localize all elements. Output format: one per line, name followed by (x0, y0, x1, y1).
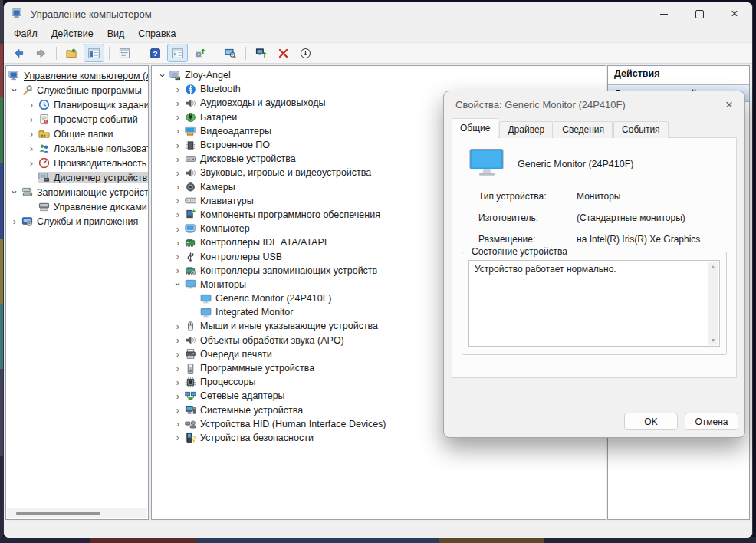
dialog-close-icon[interactable]: × (725, 98, 733, 111)
dialog-tab-3[interactable]: Сведения (554, 121, 613, 138)
sidebar-item-body: Производительность (38, 157, 149, 169)
scrollbar-thumb[interactable] (16, 512, 100, 515)
folder-up-icon (66, 48, 77, 59)
properties-button[interactable] (114, 44, 135, 62)
menu-item[interactable]: Справка (131, 27, 182, 41)
sidebar-item[interactable]: ›Производительность (6, 156, 148, 170)
back-button[interactable] (8, 44, 29, 62)
chevron-right-icon[interactable]: › (172, 223, 184, 235)
chevron-right-icon[interactable]: › (172, 181, 184, 193)
device-status-box[interactable]: Устройство работает нормально. ▲ ▼ (468, 260, 720, 347)
sidebar-item[interactable]: ›Планировщик заданий (6, 97, 148, 112)
export-list-button[interactable] (61, 44, 82, 62)
chevron-right-icon[interactable]: › (172, 140, 184, 151)
show-console-tree-button[interactable] (84, 44, 104, 62)
menu-item[interactable]: Вид (100, 27, 132, 41)
sidebar-item[interactable]: ›Общие папки (6, 127, 148, 141)
chevron-right-icon[interactable]: › (172, 321, 184, 332)
device-item-body: Компьютер (184, 223, 253, 235)
device-item-label: Контроллеры IDE ATA/ATAPI (200, 237, 327, 248)
dialog-tab-1[interactable]: Общие (452, 118, 498, 138)
disable-device-button[interactable] (295, 44, 316, 62)
chevron-right-icon[interactable]: › (25, 128, 38, 140)
sidebar-item-label: Общие папки (54, 129, 113, 140)
audio-icon (185, 334, 197, 346)
update-driver-button[interactable] (189, 44, 210, 62)
chevron-right-icon[interactable]: › (172, 209, 184, 220)
chevron-right-icon[interactable]: › (172, 390, 184, 402)
chevron-right-icon[interactable]: › (25, 157, 38, 169)
sidebar-item[interactable]: ›Просмотр событий (6, 112, 148, 127)
chevron-right-icon[interactable]: › (8, 216, 21, 227)
property-label: Тип устройства: (478, 191, 577, 202)
chevron-right-icon[interactable]: › (172, 418, 184, 429)
chevron-right-icon[interactable]: › (172, 153, 184, 165)
forward-button[interactable] (31, 44, 51, 62)
chevron-right-icon[interactable]: › (172, 111, 184, 123)
minimize-button[interactable] (646, 2, 682, 25)
maximize-button[interactable] (682, 2, 717, 25)
scroll-up-icon[interactable]: ▲ (711, 264, 716, 269)
chevron-right-icon[interactable]: › (172, 97, 184, 109)
chevron-right-icon[interactable]: › (172, 377, 184, 388)
sidebar-item[interactable]: ›Служебные программы (6, 83, 148, 97)
sidebar-item[interactable]: ›Запоминающие устройст (6, 185, 148, 199)
device-item[interactable]: ›Zloy-Angel (152, 68, 606, 82)
status-scrollbar[interactable]: ▲ ▼ (708, 262, 718, 345)
chevron-right-icon[interactable]: › (172, 265, 184, 276)
chevron-right-icon[interactable]: › (172, 237, 184, 248)
show-action-pane-button[interactable] (167, 44, 188, 62)
chevron-down-icon[interactable]: › (173, 278, 184, 291)
device-item-label: Программные устройства (200, 363, 314, 374)
gear-up-icon (194, 48, 205, 59)
computer-icon (169, 70, 182, 81)
device-item-body: Системные устройства (184, 404, 306, 416)
chevron-right-icon[interactable]: › (172, 195, 184, 206)
chevron-right-icon[interactable]: › (25, 143, 38, 154)
menu-item[interactable]: Действие (44, 27, 100, 41)
actions-title: Действия (614, 68, 659, 79)
sidebar-item[interactable]: Управление дисками (6, 199, 148, 214)
chevron-right-icon[interactable]: › (172, 334, 184, 346)
device-item-body: Аудиовходы и аудиовыходы (184, 97, 328, 109)
help-button[interactable]: ? (145, 44, 166, 62)
chevron-right-icon[interactable]: › (172, 84, 184, 95)
chevron-right-icon[interactable]: › (172, 251, 184, 262)
enable-device-button[interactable] (251, 44, 271, 62)
sidebar-item[interactable]: ›Службы и приложения (6, 214, 148, 229)
chevron-down-icon[interactable]: › (9, 84, 21, 97)
chevron-right-icon[interactable]: › (172, 432, 184, 443)
sidebar-item-label: Просмотр событий (54, 114, 138, 125)
sidebar-item-body: Управление дисками (38, 201, 149, 212)
scan-hardware-changes-button[interactable] (220, 44, 241, 62)
app-icon (12, 8, 24, 20)
storage-controller-icon (185, 265, 197, 276)
chevron-right-icon[interactable]: › (172, 348, 184, 360)
uninstall-device-button[interactable] (273, 44, 294, 62)
device-item-label: Камеры (200, 182, 235, 193)
horizontal-scrollbar[interactable] (7, 508, 147, 518)
sidebar-item[interactable]: ›Локальные пользовате (6, 141, 148, 156)
dialog-tab-2[interactable]: Драйвер (499, 121, 553, 138)
sidebar-item-label: Управление дисками (54, 202, 147, 212)
sidebar-item[interactable]: Диспетчер устройств (6, 170, 148, 185)
chevron-right-icon[interactable]: › (172, 125, 184, 137)
device-item-label: Очереди печати (200, 349, 272, 360)
chevron-right-icon[interactable]: › (172, 363, 184, 374)
ok-button[interactable]: OK (624, 413, 678, 430)
sidebar-item[interactable]: Управление компьютером (л (6, 68, 148, 83)
menu-item[interactable]: Файл (7, 27, 44, 41)
device-item-label: Контроллеры USB (200, 252, 282, 262)
chevron-down-icon[interactable]: › (157, 69, 169, 81)
chevron-right-icon[interactable]: › (25, 114, 38, 125)
disk-drive-icon (185, 153, 197, 165)
cancel-button[interactable]: Отмена (685, 413, 738, 430)
chevron-right-icon[interactable]: › (172, 404, 184, 416)
chevron-right-icon[interactable]: › (25, 99, 38, 110)
scroll-down-icon[interactable]: ▼ (711, 337, 716, 343)
chevron-right-icon[interactable]: › (172, 167, 184, 179)
battery-icon (185, 111, 197, 123)
close-button[interactable]: × (717, 2, 752, 25)
dialog-tab-4[interactable]: События (613, 121, 669, 138)
chevron-down-icon[interactable]: › (9, 186, 21, 199)
